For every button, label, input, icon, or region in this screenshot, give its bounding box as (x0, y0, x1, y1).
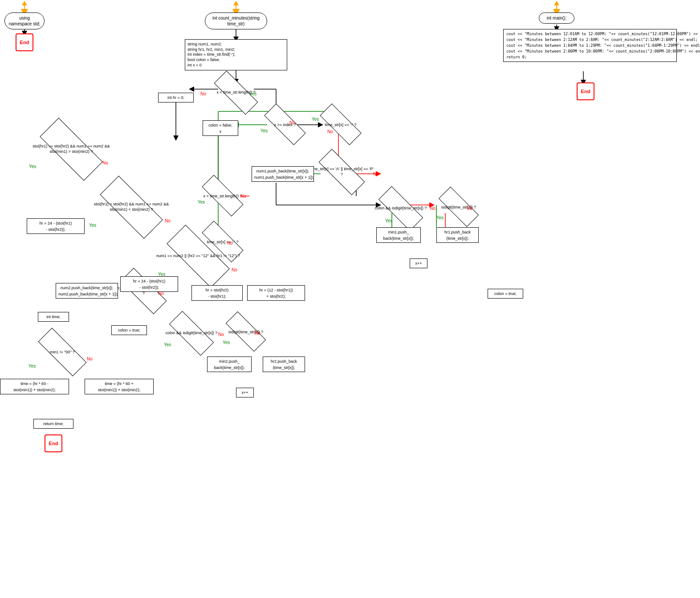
hr24-2-node: hr = 24 - (stoi(hr1) - stoi(hr2)); (120, 276, 178, 292)
end-node-3: End (577, 82, 594, 100)
cd2-yes-label: Yes (164, 342, 171, 347)
cond5-no-label: No (240, 194, 246, 199)
condition3-diamond: time_str[x] == '-' ? (312, 114, 370, 136)
cm00-no-label: No (87, 356, 93, 361)
vars-node: string num1, num2; string hr1, hr2, min1… (185, 39, 287, 70)
cond-min1-00-diamond: min1 != "00" ? (27, 339, 98, 365)
time-calc1-node: time = (hr * 60 - stoi(min1)) + stoi(min… (0, 379, 69, 394)
chr1-no-label: No (165, 218, 171, 223)
num2-push-node: num2.push_back(time_str[x]); num2.push_b… (56, 283, 118, 299)
cond2-yes-label: Yes (260, 128, 268, 133)
cond3-no-label: No (327, 129, 333, 134)
xpp2-node: x++ (236, 388, 254, 397)
cond-num1-eq-diamond: num1 == num2 || (hr2 == "12" && hr1 != "… (154, 238, 243, 274)
main-code-block: cout << "Minutes between 12:01AM to 12:0… (503, 29, 677, 62)
chr1-yes-label: Yes (89, 223, 96, 228)
id2-yes-label: Yes (223, 340, 230, 345)
int-time-node: int time; (38, 312, 69, 322)
entry-arrow-namespace (22, 1, 27, 5)
hr-diff1-node: hr = stoi(hr2) - stoi(hr1); (191, 285, 243, 301)
end-node-2: End (45, 434, 62, 452)
min2-push-node: min2.push_ back(time_str[x]); (207, 356, 252, 372)
condition1-diamond: x < time_str.length() ? (205, 82, 267, 104)
time-calc2-node: time = (hr * 60 + stoi(min1)) + stoi(min… (85, 379, 154, 394)
return-time-node: return time; (33, 419, 73, 429)
colon-true2-node: colon = true; (111, 325, 147, 335)
cond2-no-label: No (289, 120, 295, 125)
xpp1-node: x++ (410, 258, 427, 268)
id2-no-label: No (255, 331, 260, 336)
cond1-no-label: No (200, 91, 206, 96)
condition4-diamond: time_str[x] == 'A' || time_str[x] == 'P'… (309, 160, 374, 184)
colon-digit1-diamond: colon && isdigit(time_str[x]) ? (370, 196, 432, 221)
ceq-yes-label: Yes (29, 164, 36, 169)
hr2-push-node: hr2.push_back (time_str[x]); (263, 356, 305, 372)
ceq-no-label: No (102, 160, 108, 165)
hr-diff2-node: hr = (12 - stoi(hr1)) + stoi(hr2); (247, 285, 305, 301)
colon-digit2-diamond: colon && isdigit(time_str[x]) ? (160, 321, 223, 345)
flowchart: using namespace std; End int count_minut… (0, 0, 700, 598)
entry-arrow-count (233, 1, 239, 5)
arrows-svg (0, 0, 700, 598)
id1-yes-label: Yes (436, 215, 444, 220)
count-func-node: int count_minutes(string time_str) (205, 12, 267, 29)
id1-no-label: No (467, 206, 472, 211)
cond3-yes-label: Yes (312, 117, 319, 122)
namespace-node: using namespace std; (4, 12, 45, 29)
cond1-yes-label: Yes (249, 91, 256, 96)
num1-push-node: num1.push_back(time_str[x]); num1.push_b… (252, 166, 314, 182)
inthr0-node: int hr = 0; (158, 93, 194, 102)
main-func-node: int main(); (539, 12, 574, 24)
cond-hr1-gt-diamond: stoi(hr1) > stoi(hr2) && num1 == num2 &&… (87, 189, 176, 225)
entry-arrow-main (554, 1, 559, 5)
end-node-1: End (16, 33, 33, 51)
cond5-yes-label: Yes (198, 200, 205, 205)
cd1-yes-label: Yes (385, 218, 392, 223)
cn1-no-label: No (232, 267, 237, 272)
hr1-push-node: hr1.push_back (time_str[x]); (436, 227, 479, 243)
cond4-no-label: No (373, 172, 379, 176)
colon-false-node: colon = false; x (203, 120, 238, 136)
min1-push-node: min1.push_ back(time_str[x]); (376, 227, 421, 243)
colon-true1-node: colon = true; (488, 289, 523, 299)
hr24-1-node: hr = 24 - (stoi(hr1) - stoi(hr2)); (27, 218, 85, 234)
cm00-yes-label: Yes (28, 364, 36, 369)
